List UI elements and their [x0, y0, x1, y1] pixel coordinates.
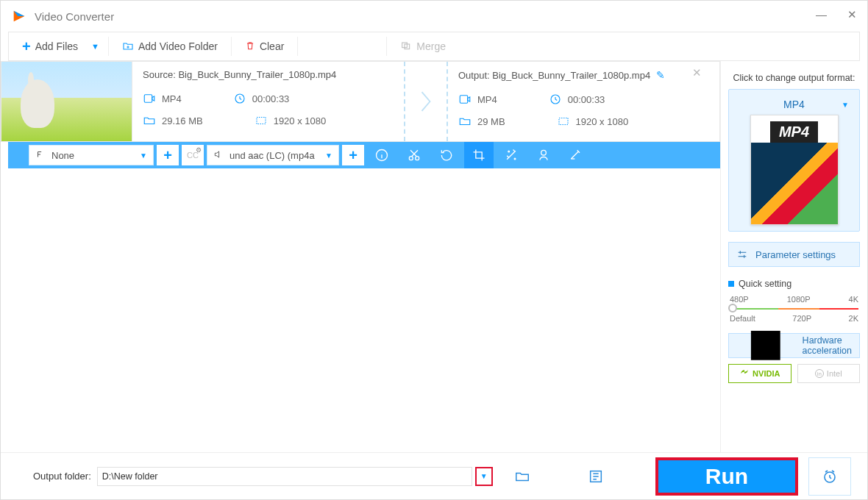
add-subtitle-button[interactable]: +: [157, 145, 179, 165]
dimensions-icon: [557, 115, 570, 128]
nvidia-option[interactable]: NVIDIA: [728, 364, 791, 383]
subtitle-icon: [35, 149, 46, 162]
file-item: ✕ Source: Big_Buck_Bunny_Trailer_1080p.m…: [1, 61, 720, 142]
add-files-button[interactable]: + Add Files: [9, 32, 91, 60]
out-duration: 00:00:33: [549, 93, 605, 106]
rename-button[interactable]: ✎: [656, 69, 665, 81]
add-files-dropdown[interactable]: ▼: [91, 42, 108, 51]
hw-accel-label: Hardware acceleration: [803, 335, 852, 356]
crop-button[interactable]: [464, 142, 494, 168]
file-icon: [458, 115, 472, 128]
dimensions-icon: [255, 114, 268, 127]
add-files-label: Add Files: [35, 40, 78, 52]
svg-point-12: [508, 151, 510, 152]
close-button[interactable]: ✕: [847, 8, 857, 21]
add-folder-button[interactable]: Add Video Folder: [109, 32, 231, 60]
output-info: Output: Big_Buck_Bunny_Trailer_1080p.mp4…: [448, 62, 719, 141]
sliders-icon: [736, 249, 748, 260]
cc-button[interactable]: CC⚙: [182, 145, 204, 165]
app-window: Video Converter — ✕ + Add Files ▼ Add Vi…: [0, 0, 868, 500]
svg-rect-5: [460, 96, 468, 104]
app-title: Video Converter: [35, 10, 114, 23]
folder-history-dropdown[interactable]: ▼: [475, 467, 493, 486]
svg-point-13: [541, 150, 547, 155]
svg-rect-4: [257, 118, 266, 124]
main-area: ✕ Source: Big_Buck_Bunny_Trailer_1080p.m…: [1, 61, 867, 452]
src-resolution: 1920 x 1080: [255, 114, 327, 127]
intel-icon: in: [815, 369, 824, 378]
gpu-options: NVIDIA in Intel: [728, 364, 860, 383]
source-filename: Big_Buck_Bunny_Trailer_1080p.mp4: [178, 69, 336, 80]
subtitle-value: None: [51, 150, 74, 161]
parameter-settings-button[interactable]: Parameter settings: [728, 242, 860, 267]
schedule-button[interactable]: [808, 457, 851, 496]
remove-file-button[interactable]: ✕: [692, 66, 702, 79]
output-label: Output:: [458, 70, 490, 81]
format-badge: MP4: [770, 121, 818, 143]
output-format-panel: Click to change output format: MP4 ▼ MP4…: [720, 61, 867, 452]
quality-slider[interactable]: [728, 307, 860, 311]
video-icon: [458, 93, 472, 106]
add-audio-button[interactable]: +: [342, 145, 364, 165]
bullet-icon: [728, 281, 734, 287]
format-selector[interactable]: MP4 ▼ MP4: [728, 89, 860, 232]
info-button[interactable]: [367, 142, 396, 168]
run-button[interactable]: Run: [655, 457, 798, 496]
audio-track-select[interactable]: und aac (LC) (mp4a ▼: [207, 145, 339, 165]
src-format: MP4: [143, 92, 182, 105]
source-info: Source: Big_Buck_Bunny_Trailer_1080p.mp4…: [132, 62, 404, 141]
add-folder-label: Add Video Folder: [138, 40, 218, 52]
src-size: 29.16 MB: [143, 114, 203, 127]
clear-button[interactable]: Clear: [232, 32, 297, 60]
plus-icon: +: [163, 147, 172, 164]
audio-value: und aac (LC) (mp4a: [230, 150, 315, 161]
edit-toolbar: None ▼ + CC⚙ und aac (LC) (mp4a ▼ +: [8, 142, 720, 168]
src-duration: 00:00:33: [233, 92, 290, 105]
svg-point-11: [514, 158, 516, 160]
video-thumbnail[interactable]: [1, 61, 132, 142]
clock-icon: [233, 92, 246, 105]
separator: [297, 37, 298, 56]
slider-handle[interactable]: [728, 304, 737, 312]
file-info: ✕ Source: Big_Buck_Bunny_Trailer_1080p.m…: [132, 61, 720, 142]
out-resolution: 1920 x 1080: [557, 115, 629, 128]
svg-rect-7: [559, 118, 568, 125]
output-filename: Big_Buck_Bunny_Trailer_1080p.mp4: [492, 70, 650, 81]
caret-icon: ▼: [842, 101, 849, 109]
svg-point-10: [416, 157, 419, 160]
nvidia-icon: [739, 368, 750, 379]
subtitle-select[interactable]: None ▼: [29, 145, 154, 165]
intel-option[interactable]: in Intel: [797, 364, 861, 383]
output-folder-label: Output folder:: [33, 471, 91, 482]
title-bar: Video Converter — ✕: [1, 1, 867, 32]
watermark-button[interactable]: [529, 142, 558, 168]
open-folder-button[interactable]: [508, 468, 537, 485]
preset-labels-top: 480P 1080P 4K: [728, 295, 860, 304]
caret-icon: ▼: [325, 151, 332, 160]
caret-icon: ▼: [480, 472, 488, 480]
format-hint-label: Click to change output format:: [728, 73, 860, 83]
svg-rect-2: [144, 95, 152, 103]
merge-icon: [400, 40, 412, 54]
app-logo-icon: [11, 8, 27, 24]
svg-point-9: [409, 157, 413, 160]
quick-setting-label: Quick setting: [739, 279, 791, 289]
window-controls: — ✕: [816, 8, 857, 21]
format-header: MP4 ▼: [735, 96, 853, 115]
out-size: 29 MB: [458, 115, 505, 128]
run-label: Run: [705, 464, 748, 489]
trim-button[interactable]: [399, 142, 429, 168]
svg-rect-14: [751, 331, 780, 360]
trash-icon: [245, 40, 255, 54]
speaker-icon: [213, 149, 224, 162]
minimize-button[interactable]: —: [816, 8, 827, 21]
clock-icon: [549, 93, 562, 106]
output-folder-input[interactable]: [97, 467, 472, 486]
format-name: MP4: [783, 99, 805, 110]
task-list-button[interactable]: [581, 468, 611, 485]
hardware-accel-button[interactable]: Hardware acceleration: [728, 333, 860, 358]
effects-button[interactable]: [497, 142, 526, 168]
enhance-button[interactable]: [561, 142, 591, 168]
source-label: Source:: [143, 69, 176, 80]
rotate-button[interactable]: [432, 142, 461, 168]
